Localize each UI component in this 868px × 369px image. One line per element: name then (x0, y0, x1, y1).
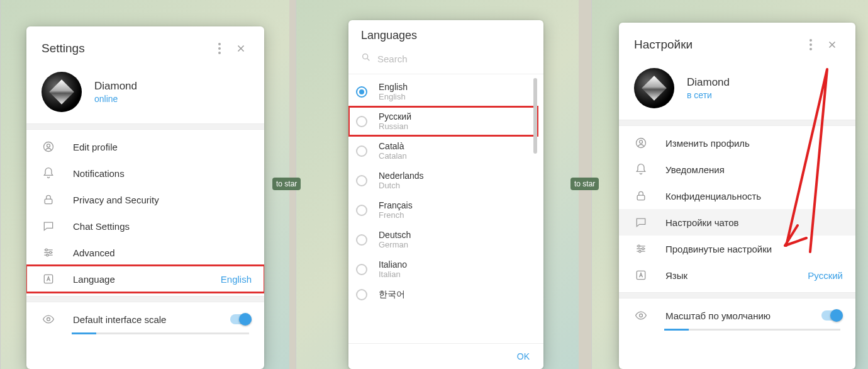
menu-advanced[interactable]: Продвинутые настройки (619, 236, 855, 262)
language-native: Italiano (379, 259, 407, 270)
language-list[interactable]: English English Русский Russian Català C… (348, 74, 543, 345)
radio-icon (356, 205, 367, 216)
svg-point-3 (45, 249, 47, 251)
language-item-italian[interactable]: Italiano Italian (348, 254, 538, 284)
menu-label: Продвинутые настройки (665, 244, 843, 254)
profile-name: Diamond (687, 76, 730, 89)
close-button[interactable] (821, 34, 843, 55)
panel-title: Settings (42, 42, 85, 55)
language-english: Russian (379, 122, 411, 131)
language-native: English (379, 82, 408, 92)
menu-label: Масштаб по умолчанию (665, 310, 821, 321)
menu-advanced[interactable]: Advanced (26, 239, 264, 266)
svg-point-5 (47, 254, 48, 256)
bg-bubble: to star (570, 178, 599, 190)
language-item-russian[interactable]: Русский Russian (348, 106, 538, 136)
language-english: Catalan (379, 151, 407, 161)
language-item-german[interactable]: Deutsch German (348, 225, 538, 254)
panel-title: Настройки (634, 38, 693, 52)
ok-button[interactable]: OK (517, 351, 530, 361)
language-english: Italian (379, 270, 407, 279)
avatar (634, 68, 674, 108)
eye-icon (42, 312, 55, 326)
menu-label: Language (73, 274, 221, 285)
lock-icon (42, 193, 55, 207)
language-item-korean[interactable]: 한국어 (348, 284, 538, 305)
svg-point-13 (642, 247, 644, 249)
language-english: French (379, 210, 413, 220)
divider (619, 120, 855, 126)
menu-notifications[interactable]: Уведомления (619, 156, 855, 183)
menu-chat-settings[interactable]: Chat Settings (26, 213, 264, 239)
panel-title: Languages (348, 20, 543, 48)
language-native: Français (379, 200, 413, 210)
scale-section: Масштаб по умолчанию (619, 298, 855, 339)
menu-edit-profile[interactable]: Изменить профиль (619, 130, 855, 156)
scale-toggle[interactable] (230, 314, 252, 324)
language-item-french[interactable]: Français French (348, 195, 538, 225)
language-native: Nederlands (379, 171, 424, 181)
kebab-icon (218, 43, 221, 54)
svg-point-8 (363, 54, 368, 59)
bell-icon (42, 166, 55, 180)
profile-row[interactable]: Diamond в сети (619, 64, 855, 120)
close-button[interactable] (230, 38, 252, 59)
radio-icon (356, 86, 367, 98)
divider (26, 296, 264, 302)
svg-point-0 (44, 142, 53, 152)
language-native: 한국어 (379, 289, 405, 300)
language-english: Dutch (379, 181, 424, 190)
scale-slider[interactable] (664, 329, 840, 331)
svg-point-16 (640, 314, 643, 317)
menu-label: Default interface scale (73, 314, 230, 325)
search-input[interactable] (377, 54, 531, 64)
menu-value: English (221, 274, 252, 285)
avatar (42, 72, 82, 112)
language-item-catalan[interactable]: Català Catalan (348, 136, 538, 166)
menu-default-scale[interactable]: Default interface scale (26, 306, 264, 332)
menu-chat-settings[interactable]: Настройки чатов (619, 209, 855, 236)
menu-label: Edit profile (73, 142, 252, 152)
svg-rect-11 (637, 195, 645, 200)
settings-panel-en: Settings Diamond online Edit profile Not… (26, 26, 264, 369)
close-icon (826, 39, 838, 50)
menu-label: Chat Settings (73, 221, 252, 232)
more-menu-button[interactable] (209, 38, 230, 59)
radio-icon (356, 175, 367, 186)
svg-point-12 (638, 245, 640, 247)
language-item-dutch[interactable]: Nederlands Dutch (348, 166, 538, 195)
svg-point-4 (50, 251, 52, 253)
sliders-icon (42, 246, 55, 259)
radio-icon (356, 116, 367, 127)
menu-edit-profile[interactable]: Edit profile (26, 133, 264, 160)
bg-bubble: to star (272, 178, 301, 190)
menu-label: Privacy and Security (73, 195, 252, 205)
profile-row[interactable]: Diamond online (26, 68, 264, 123)
menu-notifications[interactable]: Notifications (26, 160, 264, 186)
scale-slider[interactable] (72, 332, 249, 334)
settings-panel-ru: Настройки Diamond в сети Изменить профил… (619, 23, 855, 369)
panel-header: Settings (26, 26, 264, 68)
language-english: German (379, 240, 411, 249)
settings-menu: Изменить профиль Уведомления Конфиденциа… (619, 126, 855, 292)
language-item-english[interactable]: English English (348, 77, 538, 106)
user-icon (42, 140, 55, 154)
menu-privacy[interactable]: Конфиденциальность (619, 183, 855, 209)
menu-default-scale[interactable]: Масштаб по умолчанию (619, 302, 855, 329)
user-icon (634, 136, 648, 150)
search-icon (361, 52, 371, 65)
menu-privacy[interactable]: Privacy and Security (26, 186, 264, 213)
menu-language[interactable]: Язык Русский (619, 262, 855, 288)
profile-name: Diamond (94, 80, 137, 93)
chat-icon (634, 215, 648, 229)
language-native: Català (379, 141, 407, 151)
divider (26, 123, 264, 130)
svg-rect-2 (45, 199, 52, 204)
menu-label: Изменить профиль (665, 138, 843, 149)
language-english: English (379, 92, 408, 101)
scrollbar[interactable] (533, 78, 537, 154)
menu-language[interactable]: Language English (26, 266, 264, 292)
scale-toggle[interactable] (821, 310, 843, 321)
eye-icon (634, 309, 648, 322)
more-menu-button[interactable] (800, 34, 821, 55)
